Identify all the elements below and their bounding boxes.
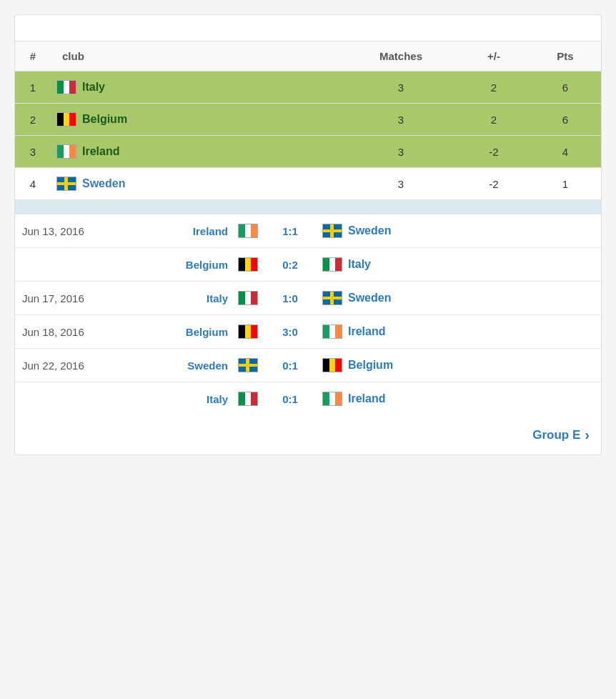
club-cell: Sweden [51,168,344,200]
home-team-name: Sweden [187,360,228,372]
away-team: Belgium [315,349,601,382]
home-team-name: Italy [207,292,228,304]
flag-sweden [56,177,76,191]
col-diff: +/- [458,41,530,71]
pts-cell: 4 [530,136,601,168]
home-team: Italy [122,282,265,315]
pts-cell: 6 [530,104,601,136]
home-team-name: Belgium [186,259,228,271]
matches-cell: 3 [344,168,458,200]
match-row: Jun 18, 2016 Belgium 3:0 Ireland [15,315,601,349]
flag-belgium [56,112,76,127]
group-e-label: Group E [532,428,580,442]
rank-cell: 3 [15,136,51,168]
rank-cell: 4 [15,168,51,200]
match-score: 0:1 [265,382,315,416]
home-team-name: Italy [207,393,228,405]
col-rank: # [15,41,51,71]
home-team: Belgium [122,315,265,349]
flag-ireland-home [238,224,258,238]
away-team-name: Belgium [348,359,393,372]
flag-italy-home [238,392,258,406]
match-row: Belgium 0:2 Italy [15,248,601,282]
home-team-name: Ireland [193,225,228,237]
home-team-name: Belgium [186,326,228,338]
matches-cell: 3 [344,136,458,168]
away-team-name: Ireland [348,325,385,338]
match-row: Jun 13, 2016 Ireland 1:1 Sweden [15,214,601,248]
rank-cell: 2 [15,104,51,136]
match-date: Jun 17, 2016 [15,282,122,315]
away-team-name: Sweden [348,292,391,304]
match-score: 1:0 [265,282,315,315]
flag-italy [56,80,76,94]
club-cell: Ireland [51,136,344,168]
diff-cell: 2 [458,71,530,104]
col-club: club [51,41,344,71]
flag-italy-away [322,257,342,272]
club-cell: Italy [51,71,344,104]
flag-sweden-home [238,358,258,372]
match-score: 0:2 [265,248,315,282]
flag-ireland-away [322,324,342,339]
group-e-link[interactable]: Group E › [532,427,590,443]
home-team: Italy [122,382,265,416]
club-link-sweden[interactable]: Sweden [82,177,125,190]
match-score: 3:0 [265,315,315,349]
match-score: 0:1 [265,349,315,382]
match-date: Jun 18, 2016 [15,315,122,349]
away-team: Ireland [315,382,601,416]
match-date [15,382,122,416]
club-cell: Belgium [51,104,344,136]
flag-sweden-away [322,224,342,238]
away-team: Sweden [315,214,601,248]
group-card: # club Matches +/- Pts 1 Italy 3 2 6 2 B… [14,14,602,455]
diff-cell: -2 [458,168,530,200]
match-row: Jun 22, 2016 Sweden 0:1 Belgium [15,349,601,382]
rank-cell: 1 [15,71,51,104]
matches-cell: 3 [344,71,458,104]
home-team: Belgium [122,248,265,282]
match-row: Jun 17, 2016 Italy 1:0 Sweden [15,282,601,315]
away-team-name: Ireland [348,392,385,405]
away-team: Italy [315,248,601,282]
flag-ireland [56,144,76,159]
standings-table: # club Matches +/- Pts 1 Italy 3 2 6 2 B… [15,41,601,200]
match-score: 1:1 [265,214,315,248]
diff-cell: -2 [458,136,530,168]
home-team: Sweden [122,349,265,382]
flag-sweden-away [322,291,342,305]
club-link-italy[interactable]: Italy [82,81,105,94]
match-date [15,248,122,282]
flag-belgium-away [322,358,342,372]
flag-belgium-home [238,257,258,272]
away-team: Sweden [315,282,601,315]
col-matches: Matches [344,41,458,71]
chevron-right-icon: › [585,427,590,443]
col-pts: Pts [530,41,601,71]
match-date: Jun 22, 2016 [15,349,122,382]
schedule-header [15,200,601,214]
flag-ireland-away [322,392,342,406]
footer-row: Group E › [15,415,601,455]
club-link-belgium[interactable]: Belgium [82,113,127,126]
away-team: Ireland [315,315,601,349]
away-team-name: Italy [348,258,371,271]
club-link-ireland[interactable]: Ireland [82,145,119,158]
group-title [15,15,601,41]
pts-cell: 1 [530,168,601,200]
flag-belgium-home [238,324,258,339]
pts-cell: 6 [530,71,601,104]
away-team-name: Sweden [348,224,391,237]
schedule-table: Jun 13, 2016 Ireland 1:1 Sweden Belgium … [15,214,601,455]
match-row: Italy 0:1 Ireland [15,382,601,416]
home-team: Ireland [122,214,265,248]
matches-cell: 3 [344,104,458,136]
match-date: Jun 13, 2016 [15,214,122,248]
flag-italy-home [238,291,258,305]
diff-cell: 2 [458,104,530,136]
